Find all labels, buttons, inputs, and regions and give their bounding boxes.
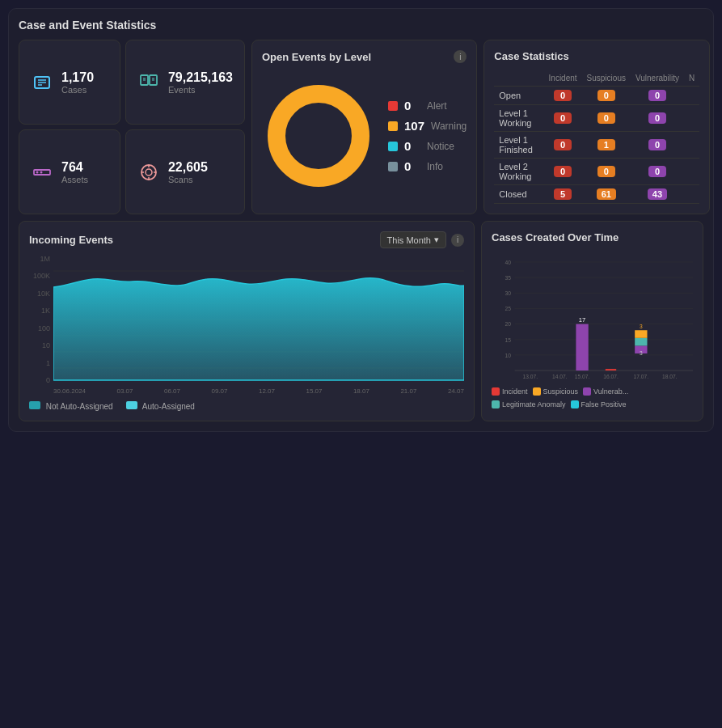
alert-label: Alert xyxy=(427,100,447,112)
svg-rect-43 xyxy=(576,324,588,370)
svg-point-14 xyxy=(146,169,152,176)
open-events-panel: Open Events by Level i 0 Alert xyxy=(251,40,477,214)
not-auto-label: Not Auto-Assigned xyxy=(46,402,113,411)
case-stats-table: Incident Suspicious Vulnerability N Open… xyxy=(494,70,699,204)
svg-text:14.07.: 14.07. xyxy=(552,374,568,379)
open-events-info-icon[interactable]: i xyxy=(454,50,467,63)
notice-dot xyxy=(388,142,398,151)
incoming-events-panel: Incoming Events This Month ▾ i 1M100K10K… xyxy=(19,221,475,421)
legend-vulnerability: Vulnerab... xyxy=(583,387,628,396)
svg-point-20 xyxy=(286,104,351,168)
row-label: Level 2 Working xyxy=(494,159,543,185)
svg-text:17: 17 xyxy=(579,316,586,324)
svg-text:15: 15 xyxy=(505,337,511,343)
incoming-chart-area xyxy=(53,255,464,384)
svg-rect-48 xyxy=(635,330,647,338)
svg-rect-46 xyxy=(635,338,647,346)
assets-label: Assets xyxy=(61,175,88,184)
donut-chart xyxy=(262,79,375,193)
row-suspicious: 0 xyxy=(582,87,631,105)
donut-section: 0 Alert 107 Warning 0 Notice xyxy=(262,71,467,201)
notice-label: Notice xyxy=(427,141,454,152)
table-row: Level 2 Working 0 0 0 xyxy=(494,159,699,185)
open-events-header: Open Events by Level i xyxy=(262,50,467,63)
assets-value: 764 xyxy=(61,160,88,175)
legend-not-auto: Not Auto-Assigned xyxy=(29,401,113,411)
alert-value: 0 xyxy=(404,99,420,112)
cases-bar-chart: 40 35 30 25 20 15 10 17 xyxy=(492,252,693,381)
cases-label: Cases xyxy=(61,85,94,95)
table-row: Level 1 Working 0 0 0 xyxy=(494,105,699,132)
top-row: 1,170 Cases 79,215,163 xyxy=(19,40,703,214)
info-label: Info xyxy=(427,161,443,172)
row-incident: 0 xyxy=(544,87,582,105)
events-value: 79,215,163 xyxy=(168,70,233,85)
cases-info: 1,170 Cases xyxy=(61,70,94,95)
case-stats-header: Case Statistics xyxy=(494,50,699,62)
scans-card: 22,605 Scans xyxy=(125,129,245,214)
table-header-row: Incident Suspicious Vulnerability N xyxy=(494,70,699,87)
events-icon xyxy=(137,71,160,94)
table-row: Level 1 Finished 0 1 0 xyxy=(494,132,699,159)
row-incident: 0 xyxy=(544,159,582,185)
legend-auto: Auto-Assigned xyxy=(126,401,195,411)
incoming-info-icon[interactable]: i xyxy=(451,234,464,247)
legend-warning: 107 Warning xyxy=(388,119,467,133)
not-auto-swatch xyxy=(29,401,40,409)
svg-text:20: 20 xyxy=(505,321,511,327)
col-incident: Incident xyxy=(544,70,582,87)
svg-text:3: 3 xyxy=(640,324,643,329)
events-label: Events xyxy=(168,85,233,95)
incoming-chart-legend: Not Auto-Assigned Auto-Assigned xyxy=(29,401,464,411)
cases-icon xyxy=(31,71,53,94)
svg-text:15.07.: 15.07. xyxy=(575,374,590,379)
case-statistics-panel: Case Statistics Incident Suspicious Vuln… xyxy=(483,40,710,214)
info-value: 0 xyxy=(404,159,420,173)
legend-notice: 0 Notice xyxy=(388,139,467,153)
cases-over-time-panel: Cases Created Over Time 40 35 30 25 xyxy=(481,221,703,421)
time-filter-dropdown[interactable]: This Month ▾ xyxy=(380,231,446,248)
row-incident: 0 xyxy=(544,105,582,132)
row-suspicious: 1 xyxy=(582,132,631,159)
assets-info: 764 Assets xyxy=(61,160,88,184)
legend-incident: Incident xyxy=(492,387,528,396)
svg-text:30: 30 xyxy=(505,290,511,296)
legend-false-positive: False Positive xyxy=(571,400,627,408)
scans-value: 22,605 xyxy=(168,160,208,175)
row-n xyxy=(684,87,699,105)
scans-info: 22,605 Scans xyxy=(168,160,208,184)
x-axis-labels: 30.06.202403.0706.0709.0712.0715.0718.07… xyxy=(29,387,464,395)
col-n: N xyxy=(684,70,699,87)
bottom-row: Incoming Events This Month ▾ i 1M100K10K… xyxy=(19,221,703,421)
legitimate-anomaly-legend-label: Legitimate Anomaly xyxy=(502,400,566,408)
open-events-title: Open Events by Level xyxy=(262,51,371,63)
row-suspicious: 0 xyxy=(582,105,631,132)
cases-value: 1,170 xyxy=(61,70,94,85)
cases-card: 1,170 Cases xyxy=(19,40,120,125)
legend-suspicious: Suspicious xyxy=(533,387,579,396)
alert-dot xyxy=(388,101,398,111)
warning-label: Warning xyxy=(431,121,467,132)
vulnerability-dot xyxy=(583,387,591,396)
col-vulnerability: Vulnerability xyxy=(631,70,684,87)
main-dashboard: Case and Event Statistics 1,170 Cases xyxy=(8,8,714,432)
stat-cards-grid: 1,170 Cases 79,215,163 xyxy=(19,40,245,214)
chevron-down-icon: ▾ xyxy=(434,235,439,245)
y-axis: 1M100K10K1K1001010 xyxy=(29,255,53,384)
incoming-header: Incoming Events This Month ▾ i xyxy=(29,231,464,248)
row-label: Level 1 Working xyxy=(494,105,543,132)
svg-text:25: 25 xyxy=(505,306,511,311)
events-info: 79,215,163 Events xyxy=(168,70,233,95)
row-n xyxy=(684,105,699,132)
warning-value: 107 xyxy=(404,119,424,133)
false-positive-legend-label: False Positive xyxy=(581,400,627,408)
row-suspicious: 61 xyxy=(582,185,631,204)
cases-time-title: Cases Created Over Time xyxy=(492,231,619,243)
legitimate-anomaly-dot xyxy=(492,400,500,408)
incident-legend-label: Incident xyxy=(502,387,528,396)
incident-dot xyxy=(492,387,500,396)
events-card: 79,215,163 Events xyxy=(125,40,245,125)
svg-text:16.07.: 16.07. xyxy=(603,374,619,379)
col-suspicious: Suspicious xyxy=(582,70,631,87)
vulnerability-legend-label: Vulnerab... xyxy=(593,387,628,396)
